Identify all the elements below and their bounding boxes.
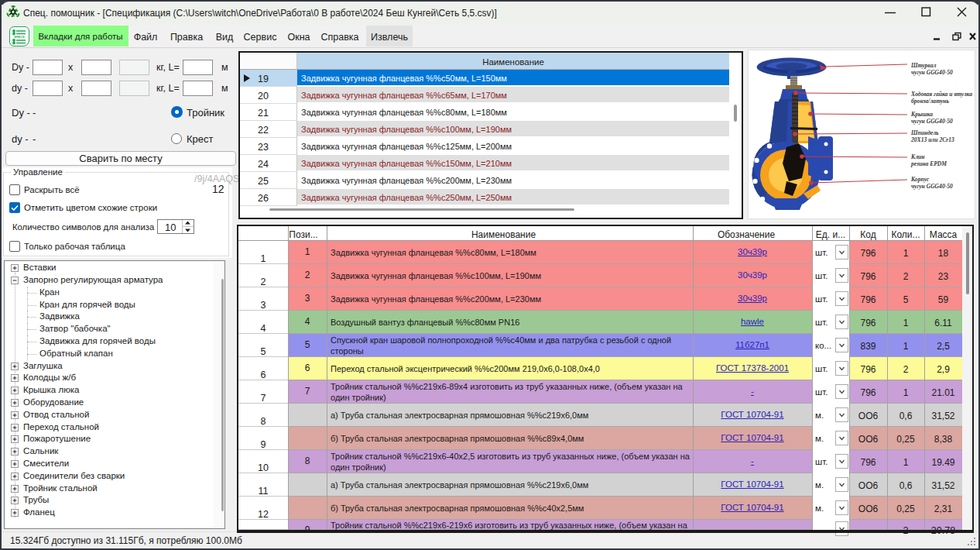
svg-text:Клин: Клин — [910, 153, 925, 160]
svg-text:Ходовая гайка и втулка: Ходовая гайка и втулка — [910, 91, 972, 98]
svg-text:резина EPDM: резина EPDM — [910, 160, 947, 167]
svg-text:SPECS: SPECS — [14, 35, 25, 39]
svg-text:20Х13 или 2Cr13: 20Х13 или 2Cr13 — [910, 136, 954, 143]
svg-text:чугун GGG40-50: чугун GGG40-50 — [911, 118, 953, 125]
svg-text:чугун GGG40-50: чугун GGG40-50 — [911, 183, 953, 190]
svg-text:Шпиндель: Шпиндель — [910, 129, 939, 136]
svg-text:Крышка: Крышка — [910, 111, 933, 118]
svg-text:бронза/латунь: бронза/латунь — [911, 98, 949, 105]
svg-text:чугун GGG40-50: чугун GGG40-50 — [911, 69, 953, 76]
svg-text:Штурвал: Штурвал — [910, 62, 936, 69]
svg-text:Корпус: Корпус — [910, 176, 930, 183]
